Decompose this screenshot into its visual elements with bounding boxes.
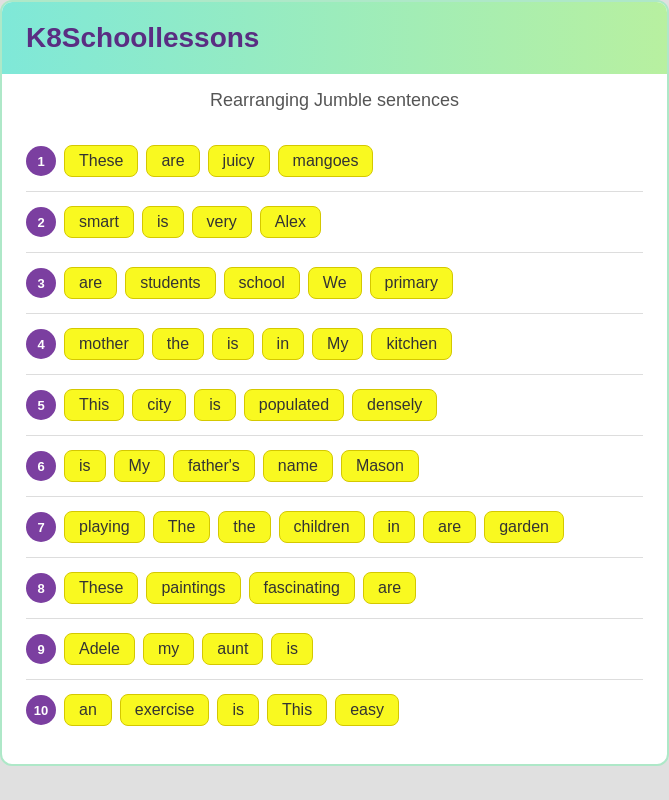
sentence-row: 6isMyfather'snameMason — [26, 436, 643, 497]
word-tag[interactable]: the — [218, 511, 270, 543]
app-title: K8Schoollessons — [26, 22, 259, 53]
word-tag[interactable]: Mason — [341, 450, 419, 482]
main-card: K8Schoollessons Rearranging Jumble sente… — [0, 0, 669, 766]
word-tag[interactable]: are — [64, 267, 117, 299]
sentence-row: 10anexerciseisThiseasy — [26, 680, 643, 740]
word-tag[interactable]: mangoes — [278, 145, 374, 177]
word-tag[interactable]: are — [363, 572, 416, 604]
word-tag[interactable]: We — [308, 267, 362, 299]
content-area: Rearranging Jumble sentences 1Theseareju… — [2, 74, 667, 764]
word-tag[interactable]: paintings — [146, 572, 240, 604]
sentence-number: 7 — [26, 512, 56, 542]
sentence-row: 8Thesepaintingsfascinatingare — [26, 558, 643, 619]
word-tag[interactable]: children — [279, 511, 365, 543]
word-tag[interactable]: populated — [244, 389, 344, 421]
word-tag[interactable]: easy — [335, 694, 399, 726]
sentence-row: 2smartisveryAlex — [26, 192, 643, 253]
word-tag[interactable]: My — [114, 450, 165, 482]
sentence-number: 4 — [26, 329, 56, 359]
word-tag[interactable]: aunt — [202, 633, 263, 665]
sentence-number: 2 — [26, 207, 56, 237]
sentence-row: 4mothertheisinMykitchen — [26, 314, 643, 375]
sentence-number: 3 — [26, 268, 56, 298]
word-tag[interactable]: juicy — [208, 145, 270, 177]
word-tag[interactable]: These — [64, 572, 138, 604]
word-tag[interactable]: in — [262, 328, 304, 360]
sentence-number: 5 — [26, 390, 56, 420]
word-tag[interactable]: fascinating — [249, 572, 356, 604]
sentence-row: 9Adelemyauntis — [26, 619, 643, 680]
word-tag[interactable]: my — [143, 633, 194, 665]
word-tag[interactable]: This — [267, 694, 327, 726]
word-tag[interactable]: are — [146, 145, 199, 177]
word-tag[interactable]: playing — [64, 511, 145, 543]
sentence-row: 5Thiscityispopulateddensely — [26, 375, 643, 436]
word-tag[interactable]: My — [312, 328, 363, 360]
sentence-row: 3arestudentsschoolWeprimary — [26, 253, 643, 314]
word-tag[interactable]: is — [212, 328, 254, 360]
word-tag[interactable]: mother — [64, 328, 144, 360]
word-tag[interactable]: This — [64, 389, 124, 421]
word-tag[interactable]: an — [64, 694, 112, 726]
word-tag[interactable]: very — [192, 206, 252, 238]
sentence-number: 8 — [26, 573, 56, 603]
sentence-number: 9 — [26, 634, 56, 664]
word-tag[interactable]: in — [373, 511, 415, 543]
word-tag[interactable]: name — [263, 450, 333, 482]
word-tag[interactable]: These — [64, 145, 138, 177]
page-title: Rearranging Jumble sentences — [26, 90, 643, 111]
word-tag[interactable]: Adele — [64, 633, 135, 665]
word-tag[interactable]: school — [224, 267, 300, 299]
word-tag[interactable]: Alex — [260, 206, 321, 238]
sentence-row: 1Thesearejuicymangoes — [26, 131, 643, 192]
word-tag[interactable]: is — [271, 633, 313, 665]
sentence-number: 10 — [26, 695, 56, 725]
word-tag[interactable]: primary — [370, 267, 453, 299]
word-tag[interactable]: are — [423, 511, 476, 543]
word-tag[interactable]: exercise — [120, 694, 210, 726]
sentence-number: 6 — [26, 451, 56, 481]
word-tag[interactable]: father's — [173, 450, 255, 482]
word-tag[interactable]: students — [125, 267, 215, 299]
word-tag[interactable]: smart — [64, 206, 134, 238]
word-tag[interactable]: is — [217, 694, 259, 726]
word-tag[interactable]: is — [194, 389, 236, 421]
sentences-container: 1Thesearejuicymangoes2smartisveryAlex3ar… — [26, 131, 643, 740]
word-tag[interactable]: the — [152, 328, 204, 360]
word-tag[interactable]: garden — [484, 511, 564, 543]
word-tag[interactable]: densely — [352, 389, 437, 421]
header: K8Schoollessons — [2, 2, 667, 74]
word-tag[interactable]: is — [142, 206, 184, 238]
word-tag[interactable]: is — [64, 450, 106, 482]
word-tag[interactable]: kitchen — [371, 328, 452, 360]
word-tag[interactable]: The — [153, 511, 211, 543]
sentence-row: 7playingThethechildreninaregarden — [26, 497, 643, 558]
sentence-number: 1 — [26, 146, 56, 176]
word-tag[interactable]: city — [132, 389, 186, 421]
